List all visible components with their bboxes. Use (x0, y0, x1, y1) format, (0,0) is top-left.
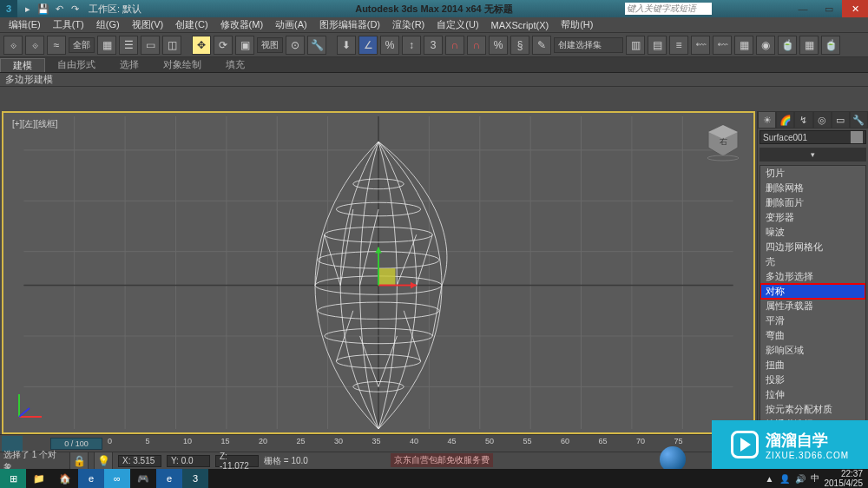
qa-open-icon[interactable]: ▸ (21, 2, 35, 16)
mod-item[interactable]: 拉伸 (760, 387, 865, 402)
cmd-tab-util-icon[interactable]: 🔧 (850, 111, 868, 129)
mod-item[interactable]: 弯曲 (760, 328, 865, 343)
mirror-icon[interactable]: § (510, 36, 529, 55)
menu-item[interactable]: 帮助(H) (556, 18, 598, 31)
mod-item[interactable]: 噪波 (760, 225, 865, 240)
mod-item[interactable]: 属性承载器 (760, 299, 865, 313)
taskbar-ie-icon[interactable]: e (78, 469, 104, 488)
cmd-tab-motion-icon[interactable]: ◎ (813, 111, 832, 129)
isolate-icon[interactable]: 💡 (94, 452, 113, 471)
align-icon[interactable]: ▤ (648, 36, 667, 55)
window-crossing-icon[interactable]: ◫ (162, 36, 181, 55)
menu-item[interactable]: 组(G) (91, 18, 125, 31)
viewport-label[interactable]: [+][左][线框] (12, 118, 58, 130)
mod-item[interactable]: 四边形网格化 (760, 240, 865, 254)
clock-time[interactable]: 22:37 (825, 469, 864, 478)
tray-ime-icon[interactable]: 中 (811, 472, 819, 485)
three-icon[interactable]: 3 (424, 36, 443, 55)
viewport-canvas[interactable] (7, 116, 750, 429)
menu-item[interactable]: 渲染(R) (387, 18, 430, 31)
color-swatch[interactable] (851, 131, 863, 143)
menu-item[interactable]: 自定义(U) (431, 18, 483, 31)
ad-popup[interactable]: 京东自营包邮免收服务费 (391, 453, 493, 467)
workspace-label[interactable]: 工作区: 默认 (89, 3, 141, 16)
app-logo-icon[interactable]: 3 (0, 0, 17, 17)
menu-item[interactable]: 视图(V) (127, 18, 169, 31)
mod-item[interactable]: 切片 (760, 166, 865, 181)
render-icon[interactable]: 🍵 (821, 36, 840, 55)
qa-undo-icon[interactable]: ↶ (52, 2, 66, 16)
selection-filter[interactable]: 全部 (69, 37, 95, 53)
mod-item[interactable]: 扭曲 (760, 358, 865, 373)
curve-ed-icon[interactable]: ⬳ (713, 36, 732, 55)
clock-date[interactable]: 2015/4/25 (825, 478, 864, 488)
ribbon-tab-model[interactable]: 建模 (0, 58, 45, 72)
render-frame-icon[interactable]: ▦ (799, 36, 819, 55)
select-rotate-icon[interactable]: ⟳ (214, 36, 233, 55)
cmd-tab-hierarchy-icon[interactable]: ↯ (794, 111, 812, 129)
ribbon-tab-select[interactable]: 选择 (108, 58, 151, 71)
qa-redo-icon[interactable]: ↷ (68, 2, 82, 16)
select-scale-icon[interactable]: ▣ (235, 36, 254, 55)
mod-item[interactable]: 变形器 (760, 210, 865, 225)
select-icon[interactable]: ▦ (97, 36, 116, 55)
menu-item[interactable]: 工具(T) (48, 18, 89, 31)
mod-item[interactable]: 删除面片 (760, 195, 865, 210)
frame-slider[interactable]: 0 / 100 (50, 438, 102, 450)
bind-icon[interactable]: ≈ (47, 36, 66, 55)
select-rect-icon[interactable]: ▭ (141, 36, 160, 55)
pct-icon[interactable]: % (489, 36, 508, 55)
link-icon[interactable]: ⟐ (3, 36, 23, 55)
coord-z[interactable]: Z: -11.072 (215, 455, 259, 467)
cmd-tab-modify-icon[interactable]: 🌈 (776, 111, 794, 129)
tray-icon[interactable]: ▲ (766, 474, 774, 484)
unlink-icon[interactable]: ⟐ (25, 36, 44, 55)
ribbon-tab-fill[interactable]: 填充 (214, 58, 257, 71)
help-search-input[interactable]: 键入关键字或短语 (625, 3, 712, 15)
layers-icon[interactable]: ≡ (669, 36, 688, 55)
menu-item[interactable]: 创建(C) (170, 18, 213, 31)
mirror2-icon[interactable]: ▥ (626, 36, 645, 55)
viewport-active[interactable]: [+][左][线框] (2, 111, 755, 434)
taskbar-app2-icon[interactable]: 🎮 (130, 469, 156, 488)
snap-toggle-icon[interactable]: ⬇ (337, 36, 356, 55)
mod-item-symmetry[interactable]: 对称 (760, 284, 865, 299)
mod-item[interactable]: 删除网格 (760, 181, 865, 195)
coord-y[interactable]: Y: 0.0 (167, 455, 210, 467)
tray-vol-icon[interactable]: 🔊 (795, 474, 806, 484)
qa-save-icon[interactable]: 💾 (36, 2, 50, 16)
modifier-list-dropdown[interactable]: ▾ (760, 148, 866, 162)
menu-item[interactable]: 图形编辑器(D) (314, 18, 385, 31)
close-button[interactable]: ✕ (842, 0, 868, 17)
mod-item[interactable]: 平滑 (760, 313, 865, 328)
named-sel-set[interactable]: 创建选择集 (554, 37, 623, 53)
select-name-icon[interactable]: ☰ (119, 36, 138, 55)
pivot-icon[interactable]: ⊙ (286, 36, 305, 55)
tray-net-icon[interactable]: 👤 (779, 474, 790, 484)
edit-sel-icon[interactable]: ✎ (532, 36, 551, 55)
taskbar-ie2-icon[interactable]: e (156, 469, 182, 488)
cmd-tab-display-icon[interactable]: ▭ (832, 111, 850, 129)
menu-item[interactable]: MAXScript(X) (486, 20, 555, 30)
modifier-list[interactable]: 切片 删除网格 删除面片 变形器 噪波 四边形网格化 壳 多边形选择 对称 属性… (760, 165, 866, 432)
viewcube-icon[interactable]: 右 (703, 122, 743, 162)
start-button-icon[interactable]: ⊞ (0, 469, 26, 488)
menu-item[interactable]: 修改器(M) (215, 18, 269, 31)
magnet-icon[interactable]: ∩ (445, 36, 464, 55)
spinner-snap-icon[interactable]: ↕ (402, 36, 421, 55)
percent-snap-icon[interactable]: % (380, 36, 399, 55)
mod-item[interactable]: 按元素分配材质 (760, 402, 865, 417)
graph-icon[interactable]: ⬳ (691, 36, 710, 55)
render-setup-icon[interactable]: 🍵 (778, 36, 797, 55)
schematic-icon[interactable]: ▦ (734, 36, 753, 55)
menu-item[interactable]: 编辑(E) (3, 18, 46, 31)
taskbar-app1-icon[interactable]: ∞ (104, 469, 130, 488)
select-move-icon[interactable]: ✥ (192, 36, 211, 55)
taskbar-desktop-icon[interactable]: 🏠 (52, 469, 78, 488)
mod-item[interactable]: 影响区域 (760, 343, 865, 358)
minimize-button[interactable]: — (790, 0, 816, 17)
manip-icon[interactable]: 🔧 (307, 36, 326, 55)
ref-coord[interactable]: 视图 (257, 37, 283, 53)
object-name-field[interactable]: Surface001 (760, 130, 866, 144)
maximize-button[interactable]: ▭ (816, 0, 842, 17)
